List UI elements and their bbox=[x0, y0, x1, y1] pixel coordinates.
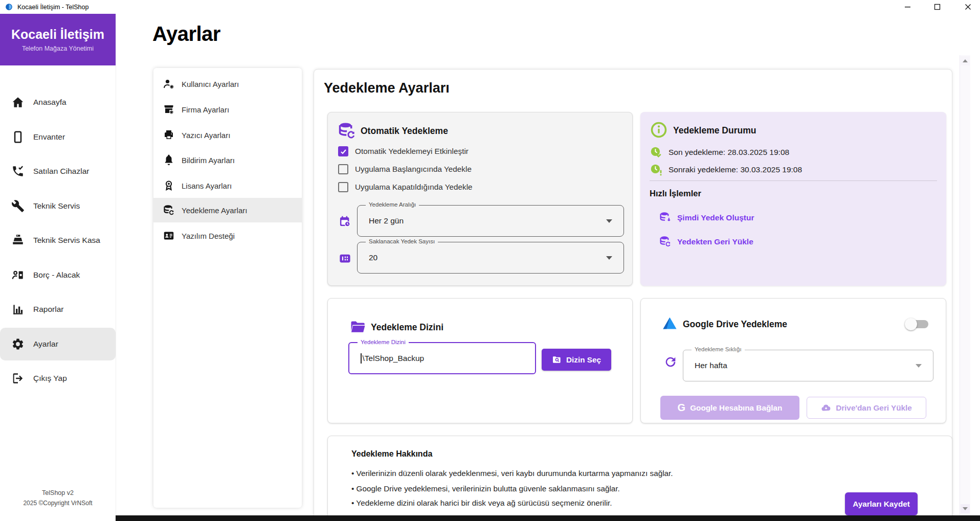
folder-search-icon bbox=[552, 355, 562, 365]
arrow-up-icon bbox=[963, 59, 968, 62]
user-gear-icon bbox=[163, 78, 175, 90]
logout-icon bbox=[11, 372, 25, 385]
settings-menu-label: Bildirim Ayarları bbox=[182, 156, 235, 165]
about-bullet: • Google Drive yedeklemesi, verilerinizi… bbox=[351, 484, 620, 493]
checkbox-enable-auto-backup[interactable]: Otomatik Yedeklemeyi Etkinleştir bbox=[338, 146, 469, 156]
id-card-icon bbox=[163, 230, 175, 242]
debt-person-icon bbox=[11, 268, 25, 282]
backup-keep-count-select[interactable]: Saklanacak Yedek Sayısı 20 bbox=[357, 242, 624, 274]
award-icon bbox=[163, 179, 175, 192]
card-title: Google Drive Yedekleme bbox=[683, 319, 787, 330]
scrollbar[interactable] bbox=[960, 55, 970, 515]
maximize-button[interactable] bbox=[925, 0, 949, 14]
checkbox-unchecked bbox=[338, 164, 348, 174]
checkbox-label: Otomatik Yedeklemeyi Etkinleştir bbox=[355, 147, 469, 156]
restore-from-drive-button[interactable]: Drive'dan Geri Yükle bbox=[807, 397, 926, 419]
sidebar-item-satilan-cihazlar[interactable]: Satılan Cihazlar bbox=[0, 155, 116, 188]
info-icon bbox=[650, 121, 668, 139]
chevron-down-icon bbox=[606, 219, 612, 223]
settings-menu-item-kullanici[interactable]: Kullanıcı Ayarları bbox=[153, 72, 302, 96]
gear-icon bbox=[11, 337, 25, 351]
backup-status-card: Yedekleme Durumu Son yedekleme: 28.03.20… bbox=[640, 112, 946, 286]
settings-menu-label: Lisans Ayarları bbox=[182, 182, 232, 190]
brand-header: Kocaeli İletişim Telefon Mağaza Yönetimi bbox=[0, 14, 116, 65]
checkbox-unchecked bbox=[338, 182, 348, 192]
app-version: TelShop v2 bbox=[0, 489, 116, 496]
sidebar-item-anasayfa[interactable]: Anasayfa bbox=[0, 86, 116, 119]
scroll-down-button[interactable] bbox=[961, 504, 970, 513]
checkbox-label: Uygulama Kapatıldığında Yedekle bbox=[355, 183, 473, 192]
settings-menu-item-yazici[interactable]: Yazıcı Ayarları bbox=[153, 123, 302, 147]
minimize-icon bbox=[904, 4, 911, 10]
google-drive-card: Google Drive Yedekleme Yedekleme Sıklığı… bbox=[640, 298, 946, 423]
field-value: 20 bbox=[369, 242, 377, 273]
clock-alert-icon bbox=[650, 163, 663, 176]
sidebar-item-label: Raporlar bbox=[33, 305, 63, 314]
window-title: Kocaeli İletişim - TelShop bbox=[17, 4, 88, 11]
scroll-up-button[interactable] bbox=[961, 56, 970, 65]
gdrive-frequency-select[interactable]: Yedekleme Sıklığı Her hafta bbox=[683, 350, 933, 381]
sidebar-item-label: Borç - Alacak bbox=[33, 270, 80, 280]
quick-actions-title: Hızlı İşlemler bbox=[650, 189, 701, 198]
close-icon bbox=[965, 4, 971, 10]
save-settings-button[interactable]: Ayarları Kaydet bbox=[845, 492, 918, 515]
sidebar-item-label: Ayarlar bbox=[33, 339, 58, 349]
field-value: Her hafta bbox=[695, 350, 727, 381]
card-title: Otomatik Yedekleme bbox=[361, 126, 448, 137]
button-label: Ayarları Kaydet bbox=[853, 500, 910, 509]
settings-menu-item-yazilim-destegi[interactable]: Yazılım Desteği bbox=[153, 223, 302, 248]
sidebar-item-envanter[interactable]: Envanter bbox=[0, 121, 116, 153]
card-title: Yedekleme Dizini bbox=[371, 322, 443, 333]
checkbox-backup-on-start[interactable]: Uygulama Başlangıcında Yedekle bbox=[338, 164, 472, 174]
backup-interval-select[interactable]: Yedekleme Aralığı Her 2 gün bbox=[357, 205, 624, 237]
sidebar-item-teknik-servis[interactable]: Teknik Servis bbox=[0, 190, 116, 222]
last-backup-text: Son yedekleme: 28.03.2025 19:08 bbox=[669, 148, 789, 157]
arrow-down-icon bbox=[963, 507, 968, 510]
chevron-down-icon bbox=[606, 256, 612, 260]
settings-menu-item-lisans[interactable]: Lisans Ayarları bbox=[153, 173, 302, 198]
gdrive-toggle-off[interactable] bbox=[907, 320, 928, 328]
settings-menu-item-yedekleme[interactable]: Yedekleme Ayarları bbox=[153, 198, 302, 222]
refresh-icon bbox=[663, 355, 678, 369]
card-title: Yedekleme Durumu bbox=[673, 125, 756, 136]
directory-value: \TelShop_Backup bbox=[363, 354, 425, 363]
sidebar-item-ayarlar[interactable]: Ayarlar bbox=[0, 328, 116, 360]
connect-google-account-button[interactable]: G Google Hesabına Bağlan bbox=[660, 396, 799, 420]
settings-menu-label: Yazılım Desteği bbox=[182, 232, 235, 240]
sidebar-item-cikis-yap[interactable]: Çıkış Yap bbox=[0, 362, 116, 395]
create-backup-now-link[interactable]: Şimdi Yedek Oluştur bbox=[659, 211, 754, 224]
database-sync-icon bbox=[163, 204, 175, 216]
calendar-clock-icon bbox=[338, 215, 352, 229]
checkbox-label: Uygulama Başlangıcında Yedekle bbox=[355, 165, 472, 174]
next-backup-text: Sonraki yedekleme: 30.03.2025 19:08 bbox=[669, 165, 802, 174]
settings-menu: Kullanıcı Ayarları Firma Ayarları Yazıcı… bbox=[153, 68, 302, 508]
cloud-download-icon bbox=[821, 403, 831, 413]
brand-subtitle: Telefon Mağaza Yönetimi bbox=[0, 45, 116, 52]
settings-menu-item-bildirim[interactable]: Bildirim Ayarları bbox=[153, 148, 302, 172]
text-cursor bbox=[361, 353, 362, 364]
sidebar-item-teknik-servis-kasa[interactable]: Teknik Servis Kasa bbox=[0, 224, 116, 257]
checkbox-backup-on-exit[interactable]: Uygulama Kapatıldığında Yedekle bbox=[338, 182, 473, 192]
settings-menu-item-firma[interactable]: Firma Ayarları bbox=[153, 97, 302, 122]
database-restore-icon bbox=[659, 235, 672, 248]
checkbox-checked bbox=[338, 146, 348, 156]
title-bar: Kocaeli İletişim - TelShop bbox=[0, 0, 980, 14]
link-label: Şimdi Yedek Oluştur bbox=[677, 213, 754, 222]
sidebar-item-raporlar[interactable]: Raporlar bbox=[0, 293, 116, 326]
backup-directory-input[interactable]: Yedekleme Dizini \TelShop_Backup bbox=[348, 342, 536, 374]
page-title: Ayarlar bbox=[152, 22, 220, 46]
close-button[interactable] bbox=[956, 0, 979, 14]
choose-directory-button[interactable]: Dizin Seç bbox=[542, 349, 611, 371]
maximize-icon bbox=[934, 4, 941, 10]
sidebar-item-borc-alacak[interactable]: Borç - Alacak bbox=[0, 259, 116, 291]
settings-menu-label: Kullanıcı Ayarları bbox=[182, 80, 239, 88]
store-gear-icon bbox=[163, 103, 175, 116]
backup-count-icon bbox=[338, 252, 352, 265]
restore-from-backup-link[interactable]: Yedekten Geri Yükle bbox=[659, 235, 753, 248]
sidebar-item-label: Teknik Servis bbox=[33, 201, 80, 211]
smartphone-icon bbox=[11, 130, 25, 144]
minimize-button[interactable] bbox=[896, 0, 919, 14]
toggle-knob bbox=[905, 318, 917, 330]
button-label: Dizin Seç bbox=[566, 355, 601, 365]
cash-register-icon bbox=[11, 234, 25, 247]
